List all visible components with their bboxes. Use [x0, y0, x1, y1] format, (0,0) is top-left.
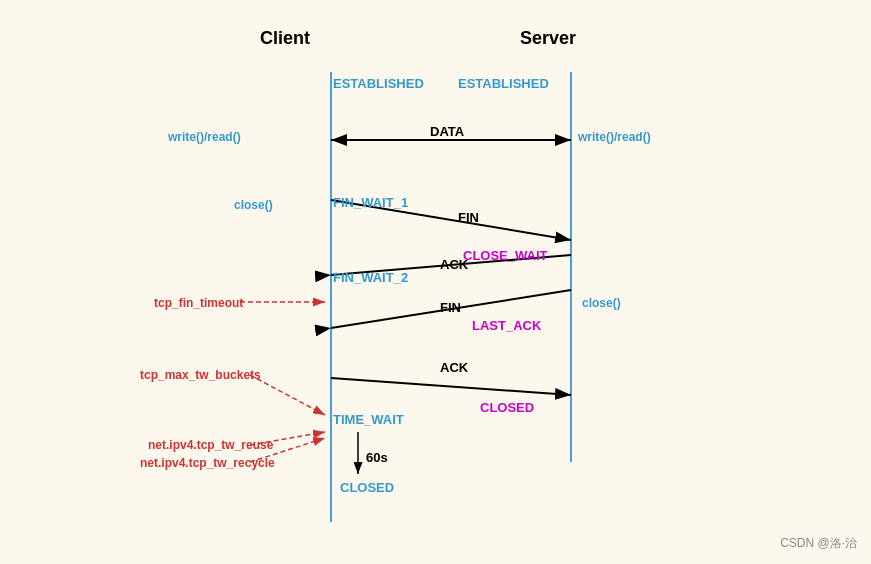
- arrow-label-fin1: FIN: [458, 210, 479, 225]
- svg-line-12: [250, 375, 325, 415]
- arrows-svg: [0, 0, 871, 564]
- svg-line-10: [331, 378, 571, 395]
- label-tcp-max-tw-buckets: tcp_max_tw_buckets: [140, 368, 261, 382]
- arrow-label-data: DATA: [430, 124, 464, 139]
- arrow-label-ack2: ACK: [440, 360, 468, 375]
- label-close-client: close(): [234, 198, 273, 212]
- watermark: CSDN @洛·治: [780, 535, 857, 552]
- state-closed-server: CLOSED: [480, 400, 534, 415]
- state-last-ack: LAST_ACK: [472, 318, 541, 333]
- arrow-label-fin2: FIN: [440, 300, 461, 315]
- label-close-server: close(): [582, 296, 621, 310]
- label-write-read-server: write()/read(): [578, 130, 651, 144]
- state-closed-client: CLOSED: [340, 480, 394, 495]
- header-client: Client: [260, 28, 310, 49]
- label-net-ipv4-tcp-tw-recycle: net.ipv4.tcp_tw_recycle: [140, 456, 275, 470]
- state-close-wait: CLOSE_WAIT: [463, 248, 548, 263]
- label-net-ipv4-tcp-tw-reuse: net.ipv4.tcp_tw_reuse: [148, 438, 273, 452]
- state-established-client: ESTABLISHED: [333, 76, 424, 91]
- header-server: Server: [520, 28, 576, 49]
- diagram-container: Client Server: [0, 0, 871, 564]
- label-tcp-fin-timeout: tcp_fin_timeout: [154, 296, 243, 310]
- label-60s: 60s: [366, 450, 388, 465]
- label-write-read-client: write()/read(): [168, 130, 241, 144]
- state-fin-wait-1: FIN_WAIT_1: [333, 195, 408, 210]
- state-established-server: ESTABLISHED: [458, 76, 549, 91]
- state-fin-wait-2: FIN_WAIT_2: [333, 270, 408, 285]
- state-time-wait: TIME_WAIT: [333, 412, 404, 427]
